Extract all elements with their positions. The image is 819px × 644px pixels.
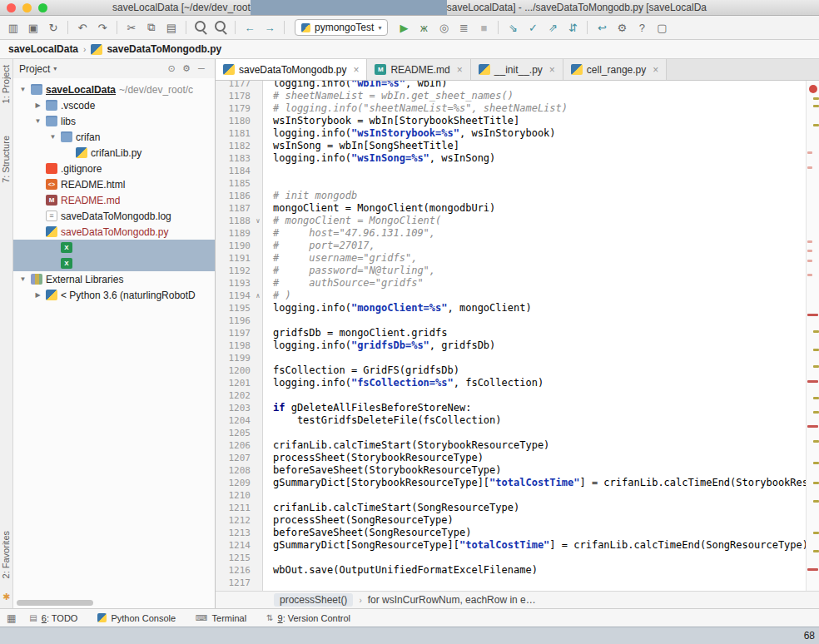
line-gutter[interactable]: 1177 xyxy=(216,81,263,90)
close-window-button[interactable] xyxy=(7,3,16,12)
tree-item[interactable]: crifanLib.py xyxy=(13,145,215,161)
line-gutter[interactable]: 1207 xyxy=(216,452,263,464)
tab-close-icon[interactable]: × xyxy=(549,64,555,76)
redo-icon[interactable]: ↷ xyxy=(92,18,112,37)
synchronize-icon[interactable]: ↻ xyxy=(43,18,63,37)
editor-tab[interactable]: cell_range.py× xyxy=(563,59,667,80)
line-number[interactable]: 1188 xyxy=(216,215,253,227)
line-number[interactable]: 1187 xyxy=(216,202,253,215)
line-gutter[interactable]: 1183 xyxy=(216,152,263,165)
line-number[interactable]: 1189 xyxy=(216,227,253,240)
line-gutter[interactable]: 1188∨ xyxy=(216,215,263,227)
line-number[interactable]: 1196 xyxy=(216,315,253,327)
line-number[interactable]: 1192 xyxy=(216,265,253,277)
hide-panel-icon[interactable]: ─ xyxy=(194,63,209,74)
line-gutter[interactable]: 1211 xyxy=(216,502,263,514)
error-stripe-mark[interactable] xyxy=(813,349,819,351)
gear-icon[interactable]: ⚙ xyxy=(179,63,194,74)
line-gutter[interactable]: 1199 xyxy=(216,352,263,364)
horizontal-scrollbar-thumb[interactable] xyxy=(17,600,93,606)
error-stripe-mark[interactable] xyxy=(807,380,818,383)
vcs-update-icon[interactable]: ⇘ xyxy=(503,18,523,37)
line-number[interactable]: 1207 xyxy=(216,452,253,464)
line-gutter[interactable]: 1186 xyxy=(216,190,263,202)
error-stripe-mark[interactable] xyxy=(813,124,819,126)
line-number[interactable]: 1216 xyxy=(216,564,253,577)
line-number[interactable]: 1191 xyxy=(216,252,253,265)
code-editor[interactable]: 1177logging.info("wbIn=%s", wbIn)1178# s… xyxy=(216,81,806,591)
open-project-icon[interactable]: ▥ xyxy=(3,18,23,37)
line-gutter[interactable]: 1193 xyxy=(216,277,263,290)
tree-item[interactable]: .gitignore xyxy=(13,161,215,176)
tree-item[interactable]: ▶< Python 3.6 (naturlingRobotD xyxy=(13,287,215,303)
line-number[interactable]: 1214 xyxy=(216,539,253,552)
line-number[interactable]: 1198 xyxy=(216,339,253,352)
navigate-forward-icon[interactable]: → xyxy=(260,18,280,37)
line-number[interactable]: 1208 xyxy=(216,464,253,477)
error-stripe-mark[interactable] xyxy=(813,482,819,484)
line-gutter[interactable]: 1202 xyxy=(216,389,263,402)
editor-tab[interactable]: __init__.py× xyxy=(471,59,563,80)
stop-icon[interactable]: ■ xyxy=(474,18,494,37)
error-stripe-mark[interactable] xyxy=(807,260,812,262)
statusbar-item[interactable]: ⇅9: Version Control xyxy=(266,613,350,623)
line-gutter[interactable]: 1194∧ xyxy=(216,290,263,302)
error-stripe-mark[interactable] xyxy=(813,365,819,368)
breadcrumb-item[interactable]: for wsInCurRowNum, eachRow in e… xyxy=(368,594,536,606)
error-stripe-mark[interactable] xyxy=(813,532,819,534)
line-number[interactable]: 1204 xyxy=(216,414,253,427)
line-gutter[interactable]: 1210 xyxy=(216,489,263,502)
tree-item[interactable]: MREADME.md xyxy=(13,192,215,208)
expand-arrow-icon[interactable]: ▼ xyxy=(48,133,57,141)
tab-close-icon[interactable]: × xyxy=(353,64,359,76)
error-stripe-mark[interactable] xyxy=(813,397,819,399)
line-gutter[interactable]: 1203 xyxy=(216,402,263,414)
vcs-diff-icon[interactable]: ⇵ xyxy=(563,18,583,37)
line-gutter[interactable]: 1187 xyxy=(216,202,263,215)
copy-icon[interactable]: ⧉ xyxy=(141,18,161,37)
tree-item[interactable]: ▼External Libraries xyxy=(13,271,215,287)
line-number[interactable]: 1215 xyxy=(216,552,253,564)
line-number[interactable]: 1202 xyxy=(216,389,253,402)
line-gutter[interactable]: 1190 xyxy=(216,240,263,252)
expand-arrow-icon[interactable]: ▼ xyxy=(33,117,42,125)
tab-close-icon[interactable]: × xyxy=(653,64,658,76)
line-gutter[interactable]: 1180 xyxy=(216,115,263,127)
run-config-select[interactable]: pymongoTest▾ xyxy=(295,19,388,36)
error-stripe-mark[interactable] xyxy=(807,166,812,169)
line-number[interactable]: 1199 xyxy=(216,352,253,364)
tree-item[interactable]: ▼saveLocalData ~/dev/dev_root/c xyxy=(13,82,215,97)
line-number[interactable]: 1194 xyxy=(216,290,253,302)
line-gutter[interactable]: 1216 xyxy=(216,564,263,577)
line-gutter[interactable]: 1201 xyxy=(216,377,263,389)
fold-marker-icon[interactable]: ∧ xyxy=(253,290,263,302)
line-gutter[interactable]: 1197 xyxy=(216,327,263,339)
line-number[interactable]: 1180 xyxy=(216,115,253,127)
expand-arrow-icon[interactable]: ▼ xyxy=(18,275,27,283)
revert-icon[interactable]: ↩ xyxy=(592,18,612,37)
line-gutter[interactable]: 1213 xyxy=(216,527,263,539)
line-gutter[interactable]: 1215 xyxy=(216,552,263,564)
tree-item[interactable]: ▶.vscode xyxy=(13,97,215,113)
error-stripe-mark[interactable] xyxy=(807,250,812,252)
line-number[interactable]: 1185 xyxy=(216,177,253,190)
line-number[interactable]: 1200 xyxy=(216,364,253,377)
line-gutter[interactable]: 1181 xyxy=(216,127,263,140)
run-icon[interactable]: ▶ xyxy=(394,18,414,37)
line-number[interactable]: 1212 xyxy=(216,514,253,527)
tree-item[interactable]: <>README.html xyxy=(13,176,215,192)
error-stripe-mark[interactable] xyxy=(813,330,819,333)
fold-marker-icon[interactable]: ∨ xyxy=(253,215,263,227)
expand-arrow-icon[interactable]: ▼ xyxy=(18,86,27,93)
error-stripe-mark[interactable] xyxy=(807,151,812,154)
line-number[interactable]: 1177 xyxy=(216,81,253,90)
toolwindow-button-project[interactable]: 1: Project xyxy=(1,65,11,103)
replace-icon[interactable] xyxy=(211,18,231,37)
line-gutter[interactable]: 1206 xyxy=(216,439,263,452)
line-gutter[interactable]: 1191 xyxy=(216,252,263,265)
expand-arrow-icon[interactable]: ▶ xyxy=(33,102,42,109)
line-gutter[interactable]: 1217 xyxy=(216,577,263,589)
cut-icon[interactable]: ✂ xyxy=(122,18,141,37)
minimize-window-button[interactable] xyxy=(22,3,32,12)
breadcrumb-item[interactable]: saveDataToMongodb.py xyxy=(91,43,221,55)
